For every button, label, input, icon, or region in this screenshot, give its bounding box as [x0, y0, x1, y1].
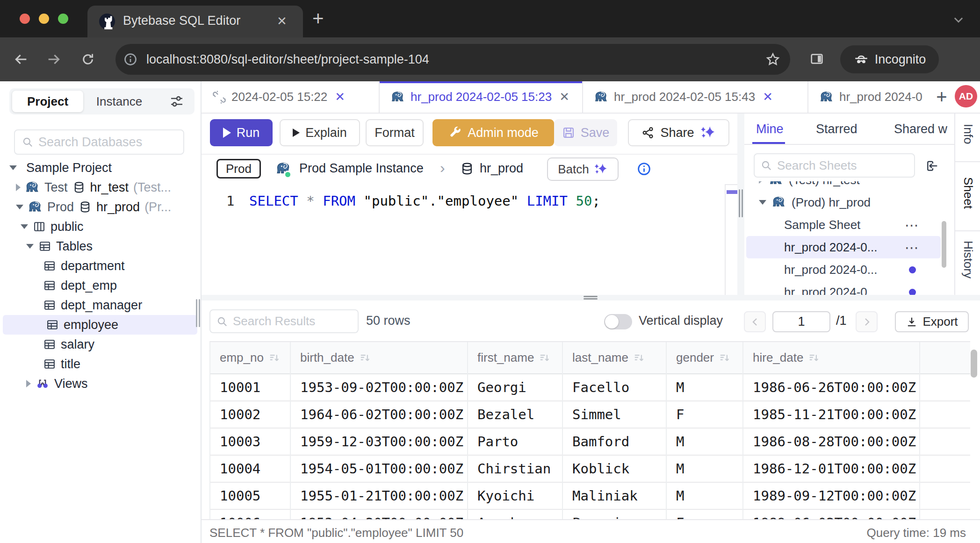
editor-tab-4[interactable]: hr_prod 2024-0	[808, 81, 930, 113]
table-cell[interactable]: F	[667, 510, 742, 519]
sheet-item[interactable]: hr_prod 2024-0...	[746, 258, 941, 281]
admin-mode-button[interactable]: Admin mode	[432, 119, 554, 146]
table-cell[interactable]: 10004	[210, 456, 290, 483]
table-cell[interactable]: 10006	[210, 510, 290, 519]
table-cell[interactable]: 1953-04-20T00:00:00Z	[291, 510, 467, 519]
traffic-light-minimize[interactable]	[39, 14, 49, 24]
table-cell[interactable]: Chirstian	[468, 456, 562, 483]
sheet-item-selected[interactable]: hr_prod 2024-0... ⋯	[746, 236, 941, 258]
database-name[interactable]: hr_prod	[480, 161, 523, 176]
sort-icon[interactable]	[359, 352, 371, 364]
sort-icon[interactable]	[719, 352, 731, 364]
site-info-icon[interactable]	[123, 52, 137, 66]
import-icon[interactable]	[925, 159, 939, 173]
table-cell[interactable]: 1964-06-02T00:00:00Z	[291, 401, 467, 429]
format-button[interactable]: Format	[366, 119, 424, 146]
tree-item-schema-public[interactable]: public	[0, 217, 200, 236]
close-icon[interactable]: ✕	[335, 90, 345, 104]
sheet-item[interactable]: hr_prod 2024-0...	[746, 281, 941, 295]
table-cell[interactable]: Maliniak	[563, 483, 666, 510]
editor-scrollbar[interactable]	[725, 184, 737, 295]
tab-instance[interactable]: Instance	[84, 88, 154, 114]
sort-icon[interactable]	[539, 352, 551, 364]
browser-tab-close-icon[interactable]: ✕	[277, 14, 287, 29]
new-tab-button[interactable]: +	[312, 7, 324, 30]
table-cell[interactable]: Facello	[563, 374, 666, 401]
table-cell[interactable]: Kyoichi	[468, 483, 562, 510]
panel-divider[interactable]	[737, 114, 744, 295]
vertical-display-toggle[interactable]	[604, 314, 632, 329]
tree-item-table-dept-manager[interactable]: dept_manager	[0, 295, 200, 315]
instance-name[interactable]: Prod Sample Instance	[299, 161, 424, 176]
tab-project[interactable]: Project	[12, 91, 83, 112]
filter-icon[interactable]	[169, 94, 184, 109]
tab-search-chevron-icon[interactable]	[952, 13, 965, 26]
table-cell[interactable]: M	[667, 483, 742, 510]
editor-tab-1[interactable]: 2024-02-05 15:22 ✕	[202, 81, 380, 113]
sheet-search-input[interactable]	[777, 158, 908, 173]
more-icon[interactable]: ⋯	[905, 217, 919, 233]
table-cell[interactable]: Koblick	[563, 456, 666, 483]
tree-item-sample-project[interactable]: Sample Project	[0, 158, 200, 178]
results-scrollbar[interactable]	[971, 350, 977, 378]
browser-tab[interactable]: Bytebase SQL Editor ✕	[87, 6, 303, 37]
table-cell[interactable]: 1986-12-01T00:00:00Z	[743, 456, 919, 483]
sheet-group-prod[interactable]: (Prod) hr_prod	[746, 191, 941, 214]
forward-icon[interactable]	[46, 51, 62, 67]
sheet-search[interactable]	[754, 153, 915, 178]
run-button[interactable]: Run	[210, 119, 273, 146]
explain-button[interactable]: Explain	[280, 119, 360, 146]
add-tab-button[interactable]: +	[930, 81, 953, 113]
table-cell[interactable]: F	[667, 401, 742, 429]
table-cell[interactable]: Bamford	[563, 429, 666, 456]
tree-item-table-title[interactable]: title	[0, 354, 200, 374]
table-cell[interactable]: 10002	[210, 401, 290, 429]
tree-item-prod-db[interactable]: Prod hr_prod (Pr...	[0, 197, 200, 217]
caret-down-icon[interactable]	[21, 224, 28, 229]
sidebar-resize-handle[interactable]	[199, 299, 200, 327]
tree-item-table-department[interactable]: department	[0, 256, 200, 276]
table-cell[interactable]: 1986-06-26T00:00:00Z	[743, 374, 919, 401]
sheet-tab-shared[interactable]: Shared w	[894, 122, 947, 136]
table-cell[interactable]: Bezalel	[468, 401, 562, 429]
tree-item-table-dept-emp[interactable]: dept_emp	[0, 276, 200, 295]
sheet-scrollbar[interactable]	[942, 221, 946, 268]
table-cell[interactable]: M	[667, 456, 742, 483]
tree-item-views-group[interactable]: Views	[0, 374, 200, 393]
database-search[interactable]	[14, 129, 184, 155]
caret-down-icon[interactable]	[16, 205, 23, 209]
caret-right-icon[interactable]	[16, 184, 21, 191]
traffic-light-close[interactable]	[20, 14, 30, 24]
close-icon[interactable]: ✕	[559, 90, 569, 104]
tree-item-table-employee[interactable]: employee	[3, 315, 197, 335]
editor-tab-2[interactable]: hr_prod 2024-02-05 15:23 ✕	[380, 81, 583, 113]
table-cell[interactable]: 1955-01-21T00:00:00Z	[291, 483, 467, 510]
next-page-button[interactable]	[856, 311, 878, 332]
results-search-input[interactable]	[233, 314, 352, 329]
sheet-group-test[interactable]: (Test) hr_test	[746, 181, 941, 191]
table-cell[interactable]: 1986-08-28T00:00:00Z	[743, 429, 919, 456]
results-search[interactable]	[209, 309, 359, 333]
editor-tab-3[interactable]: hr_prod 2024-02-05 15:43 ✕	[583, 81, 808, 113]
table-cell[interactable]: 1953-09-02T00:00:00Z	[291, 374, 467, 401]
side-tab-info[interactable]: Info	[961, 124, 975, 144]
panel-resize-handle[interactable]	[739, 189, 740, 217]
more-icon[interactable]: ⋯	[905, 239, 919, 256]
table-cell[interactable]: 10001	[210, 374, 290, 401]
sort-icon[interactable]	[633, 352, 645, 364]
back-icon[interactable]	[13, 51, 29, 67]
table-cell[interactable]: Preusig	[563, 510, 666, 519]
table-cell[interactable]: Anneke	[468, 510, 562, 519]
column-header-emp-no[interactable]: emp_no	[210, 342, 290, 374]
column-header-last-name[interactable]: last_name	[563, 342, 666, 374]
batch-button[interactable]: Batch	[547, 157, 619, 181]
database-search-input[interactable]	[38, 135, 177, 150]
table-cell[interactable]: 1954-05-01T00:00:00Z	[291, 456, 467, 483]
avatar[interactable]: AD	[955, 85, 977, 107]
caret-down-icon[interactable]	[9, 165, 17, 170]
sheet-tab-starred[interactable]: Starred	[816, 122, 858, 136]
side-tab-history[interactable]: History	[961, 241, 975, 279]
reload-icon[interactable]	[80, 52, 95, 67]
panel-resize-handle[interactable]	[742, 189, 743, 217]
side-panel-icon[interactable]	[809, 51, 824, 66]
